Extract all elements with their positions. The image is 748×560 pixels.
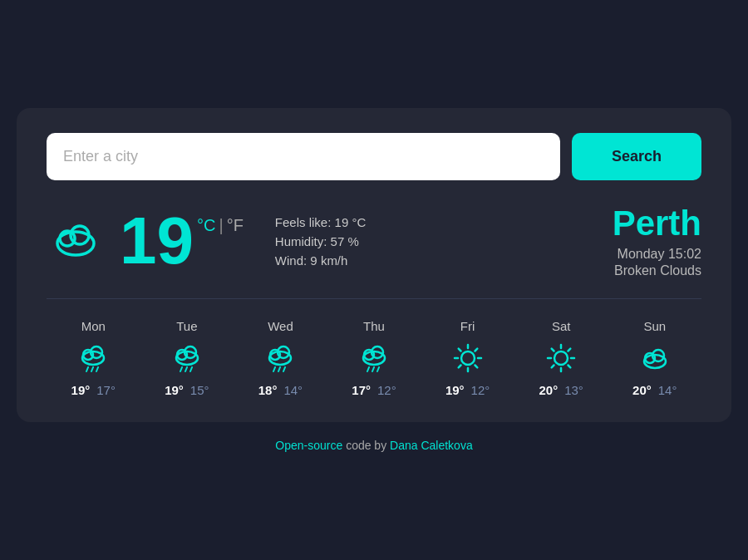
svg-line-7 bbox=[91, 367, 93, 371]
temp-high: 17° bbox=[352, 383, 371, 397]
day-label: Fri bbox=[460, 319, 475, 333]
temp-low: 15° bbox=[190, 383, 209, 397]
current-weather-icon bbox=[47, 212, 105, 270]
svg-line-14 bbox=[190, 367, 192, 371]
forecast-day: Wed 18° 14° bbox=[234, 319, 327, 397]
day-label: Sat bbox=[552, 319, 571, 333]
day-label: Thu bbox=[363, 319, 385, 333]
temp-units: °C | °F bbox=[197, 216, 244, 235]
weather-card: Search 19 °C | °F bbox=[17, 108, 731, 422]
forecast-temps: 19° 12° bbox=[445, 383, 490, 397]
temp-high: 19° bbox=[165, 383, 184, 397]
forecast-icon bbox=[76, 341, 110, 375]
unit-separator: | bbox=[219, 216, 223, 235]
temp-low: 14° bbox=[658, 383, 677, 397]
forecast-temps: 18° 14° bbox=[258, 383, 303, 397]
forecast-day: Fri 19° 12° bbox=[421, 319, 514, 397]
footer-author-link[interactable]: Dana Caletkova bbox=[390, 439, 473, 452]
forecast-icon bbox=[638, 341, 672, 375]
search-input[interactable] bbox=[47, 133, 560, 180]
temp-low: 17° bbox=[96, 383, 116, 397]
svg-line-8 bbox=[96, 367, 98, 371]
forecast-temps: 20° 14° bbox=[632, 383, 677, 397]
temp-low: 12° bbox=[471, 383, 490, 397]
app-wrapper: Search 19 °C | °F bbox=[0, 91, 748, 469]
search-row: Search bbox=[47, 133, 701, 180]
city-date: Monday 15:02 bbox=[613, 247, 701, 262]
temp-high: 18° bbox=[258, 383, 278, 397]
svg-point-36 bbox=[554, 351, 568, 365]
city-condition: Broken Clouds bbox=[613, 263, 701, 278]
forecast-row: Mon 19° 17° Tue 19° 15° bbox=[47, 319, 701, 397]
unit-fahrenheit[interactable]: °F bbox=[227, 216, 244, 235]
temp-low: 12° bbox=[377, 383, 396, 397]
temp-high: 20° bbox=[632, 383, 652, 397]
footer-text-mid: code by bbox=[346, 439, 390, 452]
svg-line-42 bbox=[568, 366, 571, 368]
forecast-day: Thu 17° 12° bbox=[327, 319, 421, 397]
svg-line-18 bbox=[273, 367, 275, 371]
humidity: Humidity: 57 % bbox=[275, 234, 366, 248]
wind: Wind: 9 km/h bbox=[275, 253, 366, 268]
day-label: Mon bbox=[81, 319, 106, 333]
forecast-day: Sat 20° 13° bbox=[514, 319, 608, 397]
forecast-day: Mon 19° 17° bbox=[47, 319, 140, 397]
svg-line-19 bbox=[278, 367, 280, 371]
current-details: Feels like: 19 °C Humidity: 57 % Wind: 9… bbox=[275, 215, 366, 268]
temp-value: 19 bbox=[120, 208, 194, 274]
forecast-temps: 19° 17° bbox=[71, 383, 116, 397]
svg-line-26 bbox=[377, 367, 379, 371]
svg-line-6 bbox=[86, 367, 88, 371]
svg-line-13 bbox=[185, 367, 187, 371]
svg-line-41 bbox=[552, 349, 554, 351]
temp-high: 20° bbox=[539, 383, 558, 397]
svg-line-34 bbox=[475, 349, 477, 351]
forecast-temps: 20° 13° bbox=[539, 383, 583, 397]
footer: Open-source code by Dana Caletkova bbox=[275, 439, 472, 452]
svg-line-33 bbox=[475, 366, 477, 368]
feels-like: Feels like: 19 °C bbox=[275, 215, 366, 229]
temp-high: 19° bbox=[445, 383, 465, 397]
current-weather-left: 19 °C | °F Feels like: 19 °C Humidity: 5… bbox=[47, 208, 366, 274]
forecast-icon bbox=[357, 341, 391, 375]
forecast-day: Sun 20° 14° bbox=[608, 319, 701, 397]
temperature-display: 19 °C | °F bbox=[120, 208, 244, 274]
forecast-temps: 17° 12° bbox=[352, 383, 396, 397]
forecast-icon bbox=[451, 341, 485, 375]
current-weather-right: Perth Monday 15:02 Broken Clouds bbox=[613, 204, 701, 278]
unit-celsius[interactable]: °C bbox=[197, 216, 215, 235]
svg-point-27 bbox=[461, 351, 475, 365]
forecast-icon bbox=[263, 341, 297, 375]
svg-line-43 bbox=[568, 349, 571, 351]
svg-line-12 bbox=[180, 367, 182, 371]
day-label: Tue bbox=[176, 319, 197, 333]
day-label: Sun bbox=[643, 319, 666, 333]
svg-line-24 bbox=[367, 367, 369, 371]
day-label: Wed bbox=[268, 319, 293, 333]
current-weather: 19 °C | °F Feels like: 19 °C Humidity: 5… bbox=[47, 204, 701, 299]
city-name: Perth bbox=[613, 204, 701, 243]
forecast-icon bbox=[170, 341, 204, 375]
temp-low: 13° bbox=[564, 383, 583, 397]
svg-line-35 bbox=[458, 366, 460, 368]
temp-high: 19° bbox=[71, 383, 91, 397]
svg-line-20 bbox=[283, 367, 285, 371]
svg-line-25 bbox=[372, 367, 374, 371]
svg-line-44 bbox=[552, 366, 554, 368]
search-button[interactable]: Search bbox=[572, 133, 701, 180]
forecast-temps: 19° 15° bbox=[165, 383, 209, 397]
temp-low: 14° bbox=[283, 383, 303, 397]
footer-opensource: Open-source bbox=[275, 439, 342, 452]
svg-line-32 bbox=[458, 349, 460, 351]
forecast-icon bbox=[544, 341, 578, 375]
forecast-day: Tue 19° 15° bbox=[140, 319, 234, 397]
